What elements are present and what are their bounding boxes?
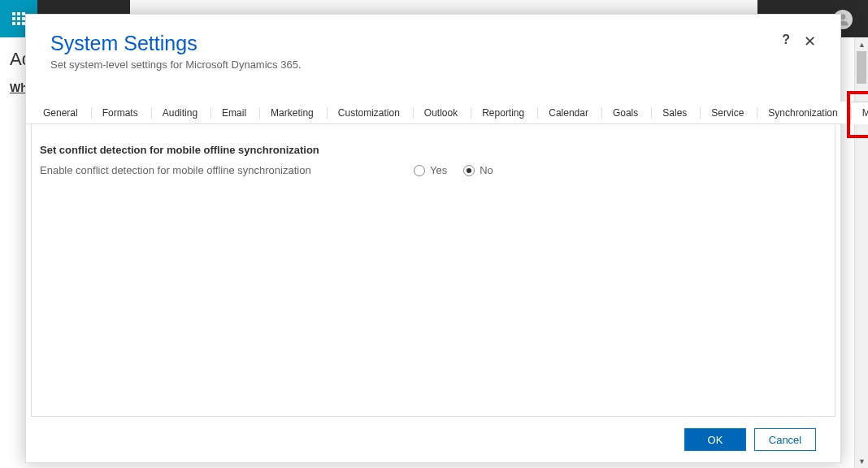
tab-formats[interactable]: Formats	[90, 102, 150, 124]
tab-marketing[interactable]: Marketing	[258, 102, 326, 124]
tab-general[interactable]: General	[31, 102, 90, 124]
system-settings-dialog: System Settings Set system-level setting…	[25, 14, 841, 463]
waffle-icon	[12, 12, 25, 25]
tab-mobile-client-label: Mobile Client	[862, 107, 868, 119]
tab-sales[interactable]: Sales	[650, 102, 699, 124]
setting-label: Enable conflict detection for mobile off…	[40, 164, 414, 176]
help-button[interactable]: ?	[782, 32, 790, 47]
radio-yes-label: Yes	[430, 164, 447, 176]
radio-group-conflict-detection: Yes No	[414, 164, 493, 176]
close-button[interactable]: ✕	[804, 32, 816, 50]
tab-goals[interactable]: Goals	[601, 102, 650, 124]
tab-outlook[interactable]: Outlook	[412, 102, 470, 124]
dialog-subtitle: Set system-level settings for Microsoft …	[50, 58, 816, 71]
tab-reporting[interactable]: Reporting	[470, 102, 536, 124]
section-heading: Set conflict detection for mobile offlin…	[40, 144, 827, 156]
tab-service[interactable]: Service	[699, 102, 756, 124]
scroll-thumb[interactable]	[857, 51, 866, 84]
tab-auditing[interactable]: Auditing	[150, 102, 210, 124]
tab-content-mobile-client: Set conflict detection for mobile offlin…	[31, 124, 835, 417]
dialog-title: System Settings	[50, 31, 816, 55]
scroll-down-arrow-icon[interactable]: ▼	[855, 454, 868, 468]
tab-customization[interactable]: Customization	[326, 102, 412, 124]
tab-calendar[interactable]: Calendar	[536, 102, 601, 124]
dialog-header: System Settings Set system-level setting…	[26, 15, 840, 79]
tab-email[interactable]: Email	[210, 102, 258, 124]
tab-bar: General Formats Auditing Email Marketing…	[26, 102, 840, 124]
radio-circle-checked-icon	[463, 165, 475, 176]
radio-circle-icon	[414, 165, 425, 176]
ok-button[interactable]: OK	[684, 428, 746, 451]
radio-yes[interactable]: Yes	[414, 164, 447, 176]
radio-no[interactable]: No	[463, 164, 493, 176]
setting-row-conflict-detection: Enable conflict detection for mobile off…	[40, 164, 827, 176]
scroll-up-arrow-icon[interactable]: ▲	[855, 37, 868, 51]
tab-mobile-client[interactable]: Mobile Client	[850, 102, 868, 124]
tab-synchronization[interactable]: Synchronization	[756, 102, 849, 124]
radio-no-label: No	[480, 164, 493, 176]
dialog-footer: OK Cancel	[26, 417, 840, 462]
cancel-button[interactable]: Cancel	[754, 428, 816, 451]
